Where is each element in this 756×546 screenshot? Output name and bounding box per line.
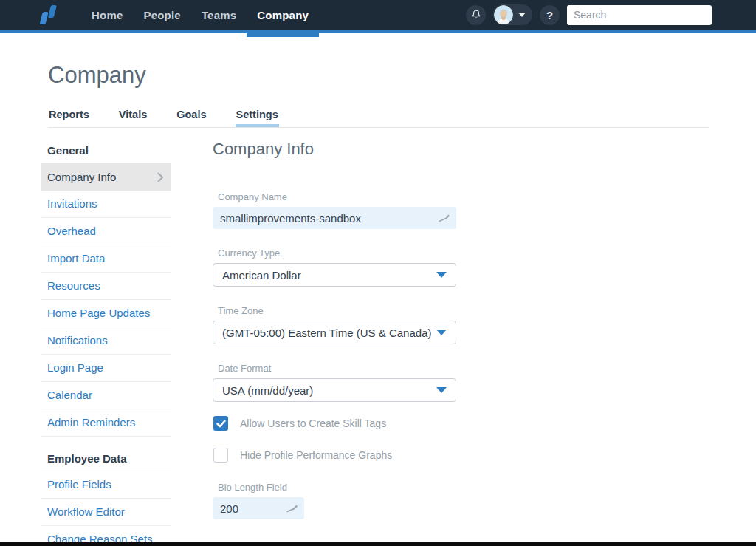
search-input[interactable] <box>574 9 707 21</box>
edit-pen-icon[interactable] <box>439 213 450 223</box>
chevron-down-icon <box>518 13 526 17</box>
hide-graphs-checkbox-row[interactable]: Hide Profile Performance Graphs <box>213 448 456 463</box>
time-zone-label: Time Zone <box>218 305 456 316</box>
date-format-value: USA (mm/dd/year) <box>222 384 313 397</box>
user-avatar <box>494 5 513 24</box>
company-name-input[interactable] <box>220 212 434 225</box>
bio-length-label: Bio Length Field <box>218 482 456 493</box>
bio-length-field-wrap <box>213 497 304 519</box>
company-name-field-wrap <box>213 207 456 229</box>
bottom-edge-bar <box>0 542 756 546</box>
sidebar-header-employee-data: Employee Data <box>41 446 171 471</box>
small-improvements-logo-icon[interactable] <box>35 2 61 27</box>
currency-type-select[interactable]: American Dollar <box>213 263 456 287</box>
tab-vitals[interactable]: Vitals <box>118 109 148 127</box>
top-navbar: Home People Teams Company ? <box>0 0 756 33</box>
settings-sidebar: General Company Info Invitations Overhea… <box>41 137 171 546</box>
sidebar-item-admin-reminders[interactable]: Admin Reminders <box>41 409 171 437</box>
company-name-label: Company Name <box>218 191 456 202</box>
tab-reports[interactable]: Reports <box>48 109 90 127</box>
chevron-down-icon <box>436 272 447 278</box>
page-title: Company <box>48 62 756 89</box>
currency-type-label: Currency Type <box>218 248 456 259</box>
chevron-down-icon <box>436 387 447 393</box>
sidebar-item-label: Company Info <box>47 171 116 183</box>
tab-settings[interactable]: Settings <box>236 109 279 127</box>
navbar-right-group: ? <box>466 4 756 25</box>
checkbox-unchecked-icon[interactable] <box>213 448 228 463</box>
user-menu[interactable] <box>493 4 532 25</box>
notifications-bell-button[interactable] <box>466 5 486 25</box>
sidebar-item-overhead[interactable]: Overhead <box>41 218 171 245</box>
date-format-label: Date Format <box>218 363 456 374</box>
sidebar-item-login-page[interactable]: Login Page <box>41 355 171 382</box>
sidebar-item-invitations[interactable]: Invitations <box>41 191 171 218</box>
allow-skill-tags-label: Allow Users to Create Skill Tags <box>240 417 386 429</box>
sidebar-item-notifications[interactable]: Notifications <box>41 327 171 355</box>
sidebar-item-home-page-updates[interactable]: Home Page Updates <box>41 300 171 327</box>
currency-type-value: American Dollar <box>222 269 301 281</box>
checkbox-checked-icon[interactable] <box>213 416 228 431</box>
allow-skill-tags-checkbox-row[interactable]: Allow Users to Create Skill Tags <box>213 416 456 431</box>
chevron-right-icon <box>157 172 164 182</box>
sidebar-item-import-data[interactable]: Import Data <box>41 245 171 273</box>
nav-item-people[interactable]: People <box>133 0 190 30</box>
sidebar-header-general: General <box>41 137 171 163</box>
section-heading: Company Info <box>213 140 456 159</box>
company-info-panel: Company Info Company Name Currency Type … <box>213 137 456 546</box>
sidebar-item-resources[interactable]: Resources <box>41 273 171 300</box>
sidebar-item-profile-fields[interactable]: Profile Fields <box>41 471 171 499</box>
sidebar-item-workflow-editor[interactable]: Workflow Editor <box>41 499 171 526</box>
chevron-down-icon <box>436 330 447 335</box>
nav-item-teams[interactable]: Teams <box>191 0 247 30</box>
nav-item-home[interactable]: Home <box>81 0 133 30</box>
date-format-select[interactable]: USA (mm/dd/year) <box>213 378 456 402</box>
tab-goals[interactable]: Goals <box>176 109 207 127</box>
nav-item-company[interactable]: Company <box>247 0 319 30</box>
time-zone-select[interactable]: (GMT-05:00) Eastern Time (US & Canada) <box>213 321 456 344</box>
edit-pen-icon[interactable] <box>286 503 298 513</box>
hide-graphs-label: Hide Profile Performance Graphs <box>240 449 392 461</box>
sidebar-item-company-info[interactable]: Company Info <box>41 163 171 191</box>
page-body: Company Reports Vitals Goals Settings Ge… <box>0 62 756 546</box>
help-button[interactable]: ? <box>540 5 560 25</box>
global-search <box>567 5 712 25</box>
bell-icon <box>470 9 482 21</box>
page-tabs: Reports Vitals Goals Settings <box>48 109 709 128</box>
time-zone-value: (GMT-05:00) Eastern Time (US & Canada) <box>222 327 431 339</box>
sidebar-item-calendar[interactable]: Calendar <box>41 382 171 409</box>
